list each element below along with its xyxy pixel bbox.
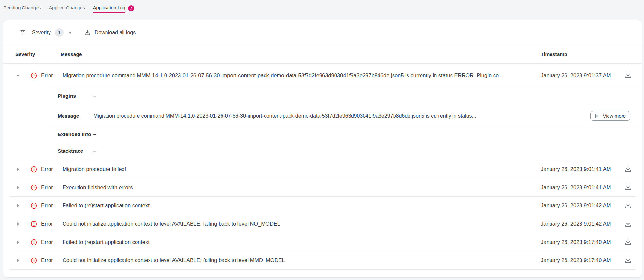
tab-label: Pending Changes [3, 5, 41, 13]
detail-label: Stacktrace [58, 148, 93, 154]
detail-value: – [93, 93, 630, 99]
row-divider [10, 269, 635, 270]
download-icon [624, 72, 632, 79]
view-more-button[interactable]: View more [590, 111, 630, 121]
tab-application-log[interactable]: Application Log 7 [93, 5, 134, 13]
download-log-button[interactable] [621, 181, 635, 194]
severity-label: Error [41, 72, 63, 78]
log-timestamp: January 26, 2023 9:17:40 AM [541, 257, 621, 263]
severity-label: Error [41, 239, 63, 245]
tab-bar: Pending Changes Applied Changes Applicat… [0, 0, 134, 16]
log-timestamp: January 26, 2023 9:01:41 AM [541, 184, 621, 190]
error-icon [27, 72, 41, 79]
expand-row-button[interactable] [16, 167, 27, 172]
column-header-message: Message [61, 51, 541, 57]
log-row[interactable]: Error Migration procedure failed! Januar… [3, 160, 642, 178]
download-icon [624, 165, 632, 173]
log-timestamp: January 26, 2023 9:01:42 AM [541, 221, 621, 227]
chevron-collapsed-icon [16, 203, 20, 208]
log-count-badge: 7 [128, 5, 134, 11]
error-icon [27, 239, 41, 246]
table-header: Severity Message Timestamp [3, 45, 642, 63]
log-row-expanded[interactable]: Error Migration procedure command MMM-14… [3, 64, 642, 87]
expand-row-button[interactable] [16, 240, 27, 245]
log-row[interactable]: Error Could not initialize application c… [3, 215, 642, 233]
download-log-button[interactable] [621, 199, 635, 212]
severity-label: Error [41, 166, 63, 172]
log-message: Could not initialize application context… [63, 221, 541, 227]
chevron-collapsed-icon [16, 258, 20, 263]
log-message: Failed to (re)start application context [63, 239, 541, 245]
chevron-collapsed-icon [16, 240, 20, 245]
log-timestamp: January 26, 2023 9:01:41 AM [541, 166, 621, 172]
severity-filter-dropdown[interactable]: Severity 1 [20, 28, 72, 37]
download-log-button[interactable] [621, 69, 635, 82]
log-row[interactable]: Error Failed to (re)start application co… [3, 197, 642, 215]
detail-row-message: Message Migration procedure command MMM-… [3, 105, 642, 127]
detail-value: – [93, 148, 630, 154]
download-log-button[interactable] [621, 217, 635, 231]
detail-row-plugins: Plugins – [3, 87, 642, 105]
tab-label: Applied Changes [49, 5, 85, 13]
log-row[interactable]: Error Execution finished with errors Jan… [3, 178, 642, 196]
expand-row-button[interactable] [16, 222, 27, 226]
severity-label: Error [41, 257, 63, 263]
filter-icon [20, 29, 26, 35]
detail-label: Extended info [58, 132, 93, 137]
download-icon [624, 220, 632, 228]
filter-label: Severity [32, 30, 51, 35]
chevron-expanded-icon [16, 73, 20, 78]
column-header-severity: Severity [15, 51, 61, 57]
expand-row-button[interactable] [16, 258, 27, 263]
document-icon [595, 113, 600, 119]
view-more-label: View more [603, 113, 626, 119]
severity-label: Error [41, 221, 63, 227]
download-log-button[interactable] [621, 236, 635, 249]
error-icon [27, 257, 41, 264]
download-icon [624, 257, 632, 264]
log-row[interactable]: Error Failed to (re)start application co… [3, 233, 642, 251]
log-timestamp: January 26, 2023 9:01:37 AM [541, 72, 621, 78]
filter-count-badge: 1 [55, 28, 64, 37]
download-icon [624, 238, 632, 246]
log-message: Execution finished with errors [63, 184, 541, 190]
log-toolbar: Severity 1 Download all logs [3, 20, 642, 45]
log-timestamp: January 26, 2023 9:01:42 AM [541, 203, 621, 209]
log-message: Failed to (re)start application context [63, 203, 541, 209]
detail-label: Message [58, 113, 93, 119]
column-header-timestamp: Timestamp [541, 51, 621, 57]
download-icon [624, 202, 632, 210]
log-message: Migration procedure failed! [63, 166, 541, 172]
tab-applied-changes[interactable]: Applied Changes [49, 5, 85, 13]
application-log-panel: Severity 1 Download all logs Severity Me… [3, 20, 642, 277]
detail-row-extended-info: Extended info – [3, 127, 642, 142]
download-log-button[interactable] [621, 163, 635, 176]
log-message: Could not initialize application context… [63, 257, 541, 263]
error-icon [27, 202, 41, 209]
detail-row-stacktrace: Stacktrace – [3, 142, 642, 160]
detail-value: – [93, 132, 630, 137]
tab-label: Application Log [93, 5, 125, 13]
severity-label: Error [41, 203, 63, 209]
collapse-row-button[interactable] [16, 73, 27, 78]
chevron-down-icon [68, 31, 72, 34]
log-timestamp: January 26, 2023 9:17:40 AM [541, 239, 621, 245]
expand-row-button[interactable] [16, 203, 27, 208]
download-all-label: Download all logs [95, 30, 136, 35]
severity-label: Error [41, 184, 63, 190]
log-row[interactable]: Error Could not initialize application c… [3, 251, 642, 269]
chevron-collapsed-icon [16, 185, 20, 190]
error-icon [27, 166, 41, 173]
expand-row-button[interactable] [16, 185, 27, 190]
error-icon [27, 220, 41, 228]
log-message: Migration procedure command MMM-14.1.0-2… [63, 72, 541, 78]
tab-pending-changes[interactable]: Pending Changes [3, 5, 41, 13]
detail-value: Migration procedure command MMM-14.1.0-2… [93, 113, 590, 119]
download-log-button[interactable] [621, 254, 635, 267]
download-icon [624, 184, 632, 191]
download-all-logs-button[interactable]: Download all logs [84, 29, 136, 36]
download-icon [84, 29, 91, 36]
error-icon [27, 184, 41, 191]
chevron-collapsed-icon [16, 167, 20, 172]
detail-label: Plugins [58, 93, 93, 99]
